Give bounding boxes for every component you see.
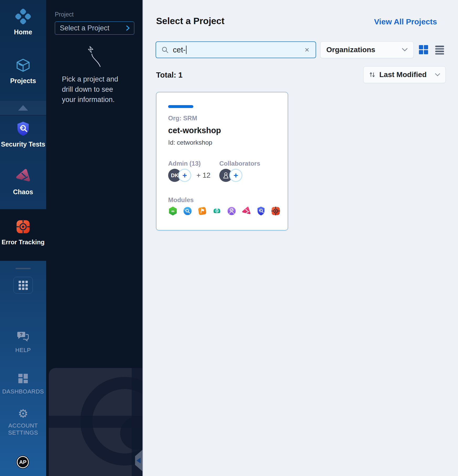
sidebar-item-label: ACCOUNT SETTINGS [6, 422, 40, 436]
continuous-integration-icon: ∞ [168, 206, 178, 216]
sort-arrows-icon [369, 71, 376, 78]
card-project-name: cet-workshop [168, 126, 221, 135]
collaborators-label: Collaborators [219, 160, 260, 167]
main-content: Select a Project View All Projects cet- … [143, 0, 458, 476]
modules-label: Modules [168, 196, 194, 204]
chevron-up-icon [18, 105, 28, 111]
sidebar-item-error-tracking[interactable]: Error Tracking [0, 209, 46, 261]
security-tests-shield-icon [16, 121, 30, 137]
grid-icon [19, 281, 28, 290]
gear-icon: ⚙ [18, 408, 28, 419]
view-all-projects-link[interactable]: View All Projects [374, 17, 437, 26]
search-value: cet- [173, 46, 303, 54]
collaborator-avatars: + [219, 169, 251, 182]
chevron-right-icon [126, 25, 130, 31]
grid-view-toggle[interactable] [419, 45, 428, 54]
error-tracking-target-icon [15, 219, 31, 235]
svg-text:∞: ∞ [171, 209, 174, 214]
card-project-id: Id: cetworkshop [168, 139, 212, 146]
list-view-toggle[interactable] [435, 46, 444, 55]
sort-value: Last Modified [379, 71, 435, 79]
page-title: Select a Project [156, 16, 225, 26]
sidebar-item-label: Chaos [13, 188, 33, 196]
project-panel: Project Select a Project Pick a project … [46, 0, 143, 476]
app-window: Home Projects [0, 0, 458, 476]
error-tracking-icon [271, 206, 280, 216]
scope-filter-dropdown[interactable]: Organizations [320, 41, 414, 58]
sidebar-item-account-settings[interactable]: ⚙ ACCOUNT SETTINGS [0, 408, 46, 436]
project-hint-text: Pick a project and drill down to see you… [62, 74, 127, 105]
chevron-down-icon [402, 48, 408, 52]
project-search-input[interactable]: cet- × [156, 41, 316, 58]
sidebar-collapse-toggle[interactable] [0, 100, 46, 116]
service-reliability-icon [227, 206, 236, 216]
chaos-icon [15, 168, 31, 185]
sidebar-item-chaos[interactable]: Chaos [0, 168, 46, 196]
sidebar-item-help[interactable]: ? HELP [0, 331, 46, 354]
add-admin-button[interactable]: + [178, 169, 191, 182]
admin-overflow-count: + 12 [196, 171, 210, 180]
security-tests-icon [256, 206, 266, 216]
sidebar-item-label: DASHBOARDS [2, 388, 44, 395]
clear-search-icon[interactable]: × [303, 45, 310, 54]
add-collaborator-button[interactable]: + [229, 169, 242, 182]
sidebar-item-label: Projects [10, 77, 36, 85]
help-chat-icon: ? [17, 331, 29, 343]
user-avatar[interactable]: AP [17, 456, 29, 468]
projects-cube-icon [15, 58, 31, 74]
sidebar-item-label: Security Tests [1, 140, 45, 148]
sidebar-item-dashboards[interactable]: DASHBOARDS [0, 373, 46, 395]
cloud-cost-management-icon: $ [212, 206, 222, 216]
sidebar-item-home[interactable]: Home [0, 10, 46, 36]
chevron-left-icon [136, 458, 141, 463]
admin-label: Admin (13) [168, 160, 201, 167]
card-org: Org: SRM [168, 115, 197, 122]
home-icon [14, 8, 31, 25]
sidebar-item-label: Error Tracking [2, 239, 45, 246]
sidebar-item-label: Home [14, 28, 32, 36]
module-footer: CONTINUOUS Error Tracking [49, 368, 142, 476]
chevron-down-icon [435, 73, 440, 77]
search-icon [161, 46, 169, 53]
sidebar-divider [15, 268, 31, 269]
project-selector-value: Select a Project [60, 24, 109, 32]
sidebar-item-projects[interactable]: Projects [0, 58, 46, 85]
results-total: Total: 1 [156, 71, 183, 79]
sort-dropdown[interactable]: Last Modified [363, 66, 446, 83]
project-card-cet-workshop[interactable]: Org: SRM cet-workshop Id: cetworkshop Ad… [156, 92, 288, 230]
scope-filter-value: Organizations [326, 46, 375, 54]
chaos-engineering-icon [242, 206, 251, 216]
service-discovery-icon [183, 206, 192, 216]
dashboards-icon [18, 373, 28, 385]
modules-icon-row: ∞ [168, 206, 280, 216]
admin-avatars: DK + + 12 [168, 169, 215, 182]
all-modules-button[interactable] [13, 277, 33, 294]
project-section-label: Project [55, 11, 74, 18]
text-cursor [186, 46, 187, 54]
sidebar-item-security-tests[interactable]: Security Tests [0, 121, 46, 148]
project-color-bar [168, 105, 193, 108]
svg-text:$: $ [216, 209, 218, 212]
hand-drawn-arrow-illustration [80, 42, 103, 70]
person-icon [222, 172, 229, 179]
svg-text:?: ? [20, 332, 23, 337]
sidebar-item-label: HELP [15, 347, 31, 354]
module-sidebar: Home Projects [0, 0, 46, 476]
feature-flags-icon [198, 206, 207, 216]
project-selector[interactable]: Select a Project [55, 21, 134, 35]
